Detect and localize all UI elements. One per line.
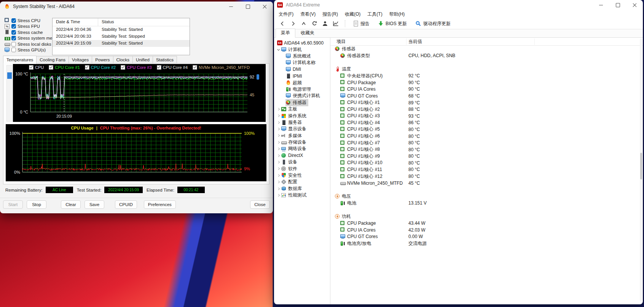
sensor-row-[interactable]: 传感器类型CPU, HDD, ACPI, SNB <box>330 53 643 59</box>
tab-temperatures[interactable]: Temperatures <box>3 56 37 64</box>
menu-item-0[interactable]: 文件(F) <box>279 11 293 18</box>
chart-icon[interactable] <box>331 19 340 28</box>
chevron-right-icon[interactable] <box>276 115 281 117</box>
chevron-right-icon[interactable] <box>276 194 281 196</box>
panel-tab-[interactable]: 收藏夹 <box>295 29 320 38</box>
sensor-row-cpu-1-3[interactable]: CPU #1/核心 #393 °C <box>330 113 643 120</box>
log-row[interactable]: 2022/4/4 20:06:33Stability Test: Stopped <box>53 33 190 40</box>
nav-back-icon[interactable] <box>278 19 287 28</box>
user-icon[interactable] <box>320 19 330 28</box>
stress-checkbox[interactable] <box>11 30 16 35</box>
chevron-right-icon[interactable] <box>276 168 281 169</box>
menu-item-3[interactable]: 收藏(O) <box>345 11 360 18</box>
sensor-scrollbar[interactable] <box>640 38 642 301</box>
chevron-right-icon[interactable] <box>276 174 281 176</box>
stress-checkbox[interactable] <box>11 24 16 29</box>
menu-item-5[interactable]: 帮助(H) <box>389 11 405 18</box>
chevron-right-icon[interactable] <box>276 128 281 130</box>
cpuid-button[interactable]: CPUID <box>115 200 137 209</box>
sensor-row-cpu-1-1[interactable]: CPU #1/核心 #189 °C <box>330 99 643 106</box>
stress-option-stress-cpu[interactable]: Stress CPU <box>5 18 52 24</box>
chevron-right-icon[interactable] <box>276 161 281 163</box>
sensor-row-cpu-1-6[interactable]: CPU #1/核心 #680 °C <box>330 133 643 140</box>
chevron-right-icon[interactable] <box>276 181 281 183</box>
sensor-row-[interactable]: 电压 <box>330 193 643 200</box>
close-button[interactable] <box>258 2 271 11</box>
legend-checkbox[interactable] <box>49 65 53 70</box>
maximize-button[interactable] <box>241 2 255 11</box>
sensor-row-cpu-1-2[interactable]: CPU #1/核心 #288 °C <box>330 106 643 113</box>
sensor-row-cpu-gt-cores[interactable]: CPU GT Cores68 °C <box>330 93 643 99</box>
chevron-right-icon[interactable] <box>276 141 281 143</box>
stress-checkbox[interactable] <box>11 36 16 40</box>
nav-up-icon[interactable] <box>299 19 308 28</box>
sensor-row-[interactable]: 电池13.151 V <box>330 200 643 207</box>
report-button[interactable]: 报告 <box>350 21 373 27</box>
tree-item-ipmi[interactable]: IPMI <box>274 73 330 79</box>
stress-checkbox[interactable] <box>11 18 16 23</box>
aida64-minimize-button[interactable] <box>594 0 608 10</box>
save-button[interactable]: Save <box>84 200 104 209</box>
legend-checkbox[interactable] <box>29 65 33 70</box>
bios-update-button[interactable]: BIOS 更新 <box>375 21 410 27</box>
chevron-down-icon[interactable] <box>276 48 281 50</box>
tree-item-[interactable]: 服务器 <box>274 119 330 126</box>
chevron-right-icon[interactable] <box>276 188 281 190</box>
tab-clocks[interactable]: Clocks <box>113 56 133 64</box>
start-button[interactable]: Start <box>3 200 23 209</box>
tree-item-[interactable]: 计算机 <box>274 46 330 53</box>
tree-item-[interactable]: 存储设备 <box>274 139 330 146</box>
tree-item-[interactable]: 网络设备 <box>274 146 330 152</box>
sensor-row-cpu-gt-cores[interactable]: CPU GT Cores0.00 W <box>330 233 643 240</box>
tree-item-dmi[interactable]: DMI <box>274 66 330 73</box>
close-button[interactable]: Close <box>250 200 270 209</box>
stress-option-stress-local-disks[interactable]: Stress local disks <box>5 41 52 47</box>
chart-scrollbar[interactable] <box>6 65 13 122</box>
tree-item-[interactable]: 系统概述 <box>274 53 330 59</box>
tree-item-[interactable]: 软件 <box>274 165 330 172</box>
stress-option-stress-cache[interactable]: Stress cache <box>5 29 52 35</box>
stress-option-stress-system-mem[interactable]: Stress system mem <box>5 35 52 42</box>
sensor-scrollbar-thumb[interactable] <box>640 153 642 179</box>
sensor-row-[interactable]: 功耗 <box>330 213 643 220</box>
sensor-row-cpu-1-7[interactable]: CPU #1/核心 #780 °C <box>330 139 643 146</box>
menu-item-4[interactable]: 工具(T) <box>367 11 382 18</box>
chevron-right-icon[interactable] <box>276 122 281 123</box>
tree-item-[interactable]: 显示设备 <box>274 126 330 132</box>
sensor-row-cpu-ia-cores[interactable]: CPU IA Cores90 °C <box>330 86 643 93</box>
stress-checkbox[interactable] <box>11 42 16 46</box>
sensor-row-cpu-1-11[interactable]: CPU #1/核心 #1180 °C <box>330 166 643 173</box>
legend-checkbox[interactable] <box>121 65 125 70</box>
tree-item-[interactable]: 性能测试 <box>274 192 330 198</box>
chart-scrollbar-thumb[interactable] <box>7 72 12 79</box>
chevron-right-icon[interactable] <box>276 134 281 136</box>
sensor-row-cpu-1-8[interactable]: CPU #1/核心 #880 °C <box>330 146 643 153</box>
chevron-right-icon[interactable] <box>276 108 281 110</box>
tree-item-[interactable]: 便携式计算机 <box>274 93 330 99</box>
tree-item-[interactable]: 超频 <box>274 79 330 86</box>
tab-unified[interactable]: Unified <box>132 56 153 64</box>
menu-item-1[interactable]: 查看(V) <box>300 11 316 18</box>
aida64-maximize-button[interactable] <box>611 0 625 10</box>
sensor-row-[interactable]: 传感器 <box>330 46 643 53</box>
menu-item-2[interactable]: 报告(R) <box>322 11 338 18</box>
minimize-button[interactable] <box>224 2 238 11</box>
sensor-row-cpu-1-10[interactable]: CPU #1/核心 #1080 °C <box>330 160 643 166</box>
tree-item-[interactable]: 设备 <box>274 159 330 165</box>
nav-forward-icon[interactable] <box>289 19 298 28</box>
sensor-row-cpu-package[interactable]: CPU Package90 °C <box>330 79 643 86</box>
driver-update-button[interactable]: 驱动程序更新 <box>412 21 454 27</box>
tab-cooling-fans[interactable]: Cooling Fans <box>36 56 69 64</box>
sensor-row-cpu-1-12[interactable]: CPU #1/核心 #1280 °C <box>330 173 643 180</box>
legend-checkbox[interactable] <box>193 65 197 70</box>
sensor-row-cpu[interactable]: 中央处理器(CPU)92 °C <box>330 72 643 79</box>
sensor-row-cpu-1-4[interactable]: CPU #1/核心 #486 °C <box>330 120 643 126</box>
sensor-row-nvme-micron-2450-mtfd[interactable]: NVMe Micron_2450_MTFD45 °C <box>330 180 643 187</box>
tree-item-[interactable]: 配置 <box>274 179 330 185</box>
sensor-row-cpu-ia-cores[interactable]: CPU IA Cores42.03 W <box>330 227 643 233</box>
tree-item-[interactable]: 电源管理 <box>274 86 330 93</box>
sensor-row-[interactable]: 温度 <box>330 66 643 73</box>
legend-checkbox[interactable] <box>85 65 89 70</box>
aida64-close-button[interactable] <box>628 0 641 10</box>
tree-item-aida64-v6-60-5900[interactable]: AIDA64 v6.60.5900 <box>274 40 330 46</box>
